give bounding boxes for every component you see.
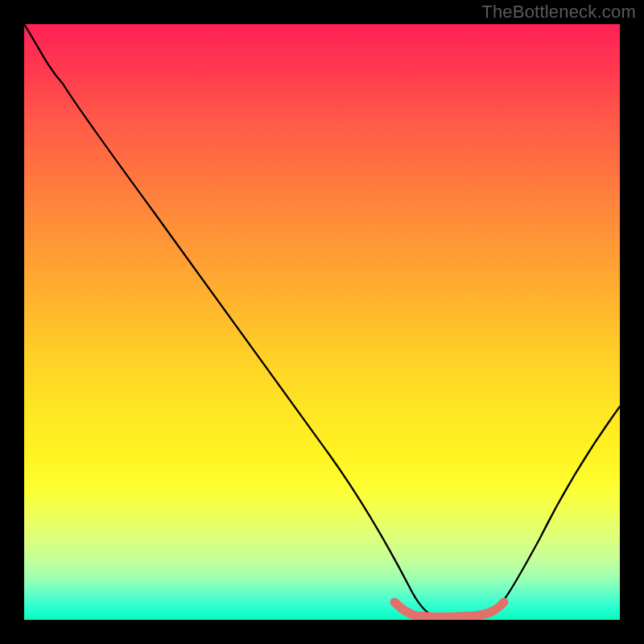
watermark-text: TheBottleneck.com: [481, 2, 636, 23]
chart-container: TheBottleneck.com: [0, 0, 644, 644]
plot-frame: [24, 24, 620, 620]
curve-svg: [24, 24, 620, 620]
bottleneck-curve-path: [24, 24, 620, 617]
highlight-minimum-path: [394, 602, 504, 617]
